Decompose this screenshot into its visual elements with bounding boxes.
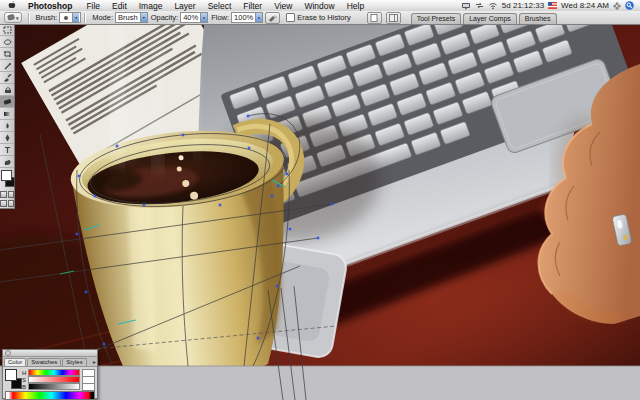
- mask-mode-buttons: [0, 190, 14, 199]
- separator: [28, 13, 30, 23]
- saturation-slider-label: S: [22, 377, 26, 383]
- screen-mode-button-2[interactable]: [8, 200, 15, 207]
- menu-help[interactable]: Help: [341, 1, 370, 11]
- menu-photoshop[interactable]: Photoshop: [22, 1, 80, 11]
- hue-slider-label: H: [22, 370, 26, 376]
- brightness-slider-label: B: [22, 384, 26, 390]
- menu-image[interactable]: Image: [133, 1, 169, 11]
- menu-select[interactable]: Select: [202, 1, 238, 11]
- tool-cell-10[interactable]: [0, 132, 14, 144]
- tool-cell-12[interactable]: [0, 156, 14, 168]
- tool-cell-5[interactable]: [0, 72, 14, 84]
- menu-layer[interactable]: Layer: [168, 1, 201, 11]
- tool-cell-3[interactable]: [0, 48, 14, 60]
- menu-window[interactable]: Window: [298, 1, 340, 11]
- screen-mode-button-1[interactable]: [0, 200, 7, 207]
- mode-dropdown[interactable]: Brush ▾: [115, 12, 148, 23]
- tool-cell-11[interactable]: [0, 144, 14, 156]
- menu-extra-icon[interactable]: [613, 2, 621, 10]
- tool-icon: [3, 98, 12, 106]
- tool-icon: [3, 146, 12, 154]
- brush-tip-icon: [62, 14, 70, 22]
- color-palette-titlebar[interactable]: [3, 350, 97, 357]
- tool-cell-6[interactable]: [0, 84, 14, 96]
- tab-color[interactable]: Color: [4, 358, 26, 366]
- menu-bar-status: 5d 21:12:33 Wed 8:24 AM: [461, 1, 640, 10]
- tab-styles[interactable]: Styles: [62, 358, 86, 366]
- close-icon[interactable]: [5, 350, 11, 356]
- tool-icon: [3, 74, 12, 82]
- stepper-arrows-icon: ▸: [258, 16, 260, 19]
- tool-icon: [3, 134, 12, 142]
- tab-swatches[interactable]: Swatches: [27, 358, 61, 366]
- document-canvas[interactable]: [0, 24, 640, 400]
- toolbox: [0, 24, 15, 209]
- color-palette: Color Swatches Styles ▸ H S: [2, 349, 98, 399]
- brightness-value-field[interactable]: [82, 383, 95, 391]
- chevron-down-icon: ▾: [16, 15, 19, 21]
- color-ramp[interactable]: [5, 391, 95, 400]
- palette-swatches: [5, 369, 20, 390]
- options-bar: ▾ Brush: ▾ Mode: Brush ▾ Opacity: 40% ▸ …: [0, 11, 640, 25]
- erase-to-history-checkbox[interactable]: [286, 13, 295, 22]
- menu-filter[interactable]: Filter: [237, 1, 268, 11]
- tool-icon: [3, 26, 12, 34]
- tool-icon: [3, 158, 12, 166]
- brightness-slider[interactable]: [28, 383, 80, 390]
- color-palette-tabs: Color Swatches Styles ▸: [3, 357, 97, 367]
- options-bar-button-2[interactable]: [386, 12, 401, 24]
- tool-cell-2[interactable]: [0, 36, 14, 48]
- sync-arrows-icon[interactable]: [475, 2, 484, 9]
- hue-slider[interactable]: [28, 369, 80, 376]
- foreground-color-swatch[interactable]: [5, 369, 17, 381]
- saturation-slider[interactable]: [28, 376, 80, 383]
- document-icon: [370, 14, 378, 22]
- tool-icon: [3, 86, 12, 94]
- flow-value: 100%: [234, 13, 253, 22]
- brush-preview-dropdown[interactable]: ▾: [59, 12, 81, 23]
- screen-mode-buttons: [0, 199, 14, 208]
- tool-preset-picker[interactable]: ▾: [4, 12, 22, 23]
- options-bar-button-1[interactable]: [367, 12, 382, 24]
- erase-to-history-label: Erase to History: [297, 13, 350, 22]
- tool-cell-9[interactable]: [0, 120, 14, 132]
- tool-icon: [3, 50, 12, 58]
- status-timer[interactable]: 5d 21:12:33: [502, 1, 544, 10]
- airbrush-button[interactable]: [265, 12, 280, 24]
- menu-edit[interactable]: Edit: [106, 1, 133, 11]
- airbrush-icon: [268, 14, 277, 22]
- palette-menu-button[interactable]: ▸: [93, 358, 96, 365]
- well-tab-tool-presets[interactable]: Tool Presets: [411, 13, 462, 24]
- opacity-field[interactable]: 40% ▸: [180, 12, 208, 23]
- photoshop-screen: Photoshop File Edit Image Layer Select F…: [0, 0, 640, 400]
- tool-cell-4[interactable]: [0, 60, 14, 72]
- spotlight-icon[interactable]: [625, 1, 634, 10]
- hsb-sliders: H S B: [22, 369, 95, 390]
- opacity-value: 40%: [183, 13, 198, 22]
- tool-cell-8[interactable]: [0, 108, 14, 120]
- tool-cell-1[interactable]: [0, 24, 14, 36]
- tool-icon: [3, 38, 12, 46]
- quick-mask-button[interactable]: [8, 191, 15, 198]
- mode-label: Mode:: [92, 13, 113, 22]
- stepper-arrows-icon: ▸: [203, 16, 205, 19]
- menu-view[interactable]: View: [268, 1, 298, 11]
- mode-value: Brush: [118, 13, 138, 22]
- apple-menu-icon[interactable]: [0, 1, 22, 11]
- color-palette-body: H S B: [3, 367, 97, 390]
- well-tab-layer-comps[interactable]: Layer Comps: [463, 13, 517, 24]
- input-flag-icon[interactable]: [548, 2, 557, 9]
- stepper-arrows-icon: ▾: [143, 16, 145, 19]
- flow-field[interactable]: 100% ▸: [231, 12, 263, 23]
- status-clock[interactable]: Wed 8:24 AM: [561, 1, 609, 10]
- airport-icon[interactable]: [488, 2, 498, 10]
- foreground-color-swatch[interactable]: [1, 170, 12, 181]
- tool-cell-7-active[interactable]: [0, 96, 14, 108]
- stepper-arrows-icon: ▾: [75, 16, 77, 19]
- display-icon[interactable]: [461, 2, 471, 10]
- standard-mode-button[interactable]: [0, 191, 7, 198]
- color-swatches: [0, 168, 14, 190]
- eraser-icon: [7, 14, 15, 21]
- menu-file[interactable]: File: [80, 1, 106, 11]
- well-tab-brushes[interactable]: Brushes: [519, 13, 557, 24]
